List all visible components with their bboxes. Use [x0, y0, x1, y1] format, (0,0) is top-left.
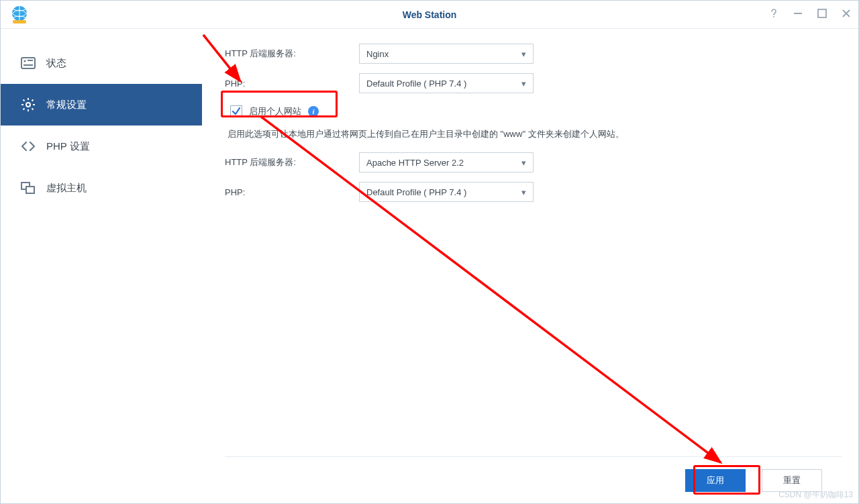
maximize-icon[interactable]: [817, 8, 827, 21]
svg-rect-7: [21, 58, 35, 68]
minimize-icon[interactable]: [793, 8, 803, 21]
enable-personal-site-checkbox[interactable]: [230, 105, 242, 117]
php-value: Default Profile ( PHP 7.4 ): [366, 79, 466, 89]
code-icon: [21, 139, 36, 154]
sidebar-item-status[interactable]: 状态: [1, 42, 202, 84]
sidebar-item-general[interactable]: 常规设置: [1, 84, 202, 125]
personal-http-backend-label: HTTP 后端服务器:: [225, 156, 359, 168]
personal-php-select[interactable]: Default Profile ( PHP 7.4 ) ▾: [359, 182, 534, 202]
enable-personal-site-row: 启用个人网站 i: [225, 103, 324, 120]
svg-rect-13: [26, 187, 34, 193]
close-icon[interactable]: [841, 8, 852, 21]
personal-http-backend-select[interactable]: Apache HTTP Server 2.2 ▾: [359, 152, 534, 172]
sidebar-item-label: 状态: [46, 57, 66, 70]
personal-php-label: PHP:: [225, 187, 359, 197]
apply-button[interactable]: 应用: [685, 469, 746, 492]
enable-personal-site-desc: 启用此选项可让本地用户通过将网页上传到自己在用户主目录中创建的 "www" 文件…: [228, 128, 842, 140]
svg-point-8: [23, 60, 26, 62]
svg-point-2: [773, 16, 774, 17]
window-title: Web Station: [1, 9, 858, 20]
titlebar: Web Station: [1, 1, 858, 29]
personal-php-value: Default Profile ( PHP 7.4 ): [366, 187, 466, 197]
chevron-down-icon: ▾: [521, 158, 526, 168]
info-icon[interactable]: i: [308, 106, 319, 117]
chevron-down-icon: ▾: [521, 79, 526, 89]
svg-point-11: [26, 103, 30, 107]
app-window: Web Station 状态 常规设置: [0, 0, 859, 504]
sidebar-item-label: 常规设置: [46, 99, 87, 111]
reset-label: 重置: [783, 474, 801, 487]
http-backend-label: HTTP 后端服务器:: [225, 48, 359, 60]
sidebar-item-php[interactable]: PHP 设置: [1, 125, 202, 167]
gear-icon: [21, 97, 36, 112]
sidebar: 状态 常规设置 PHP 设置 虚拟主机: [1, 29, 202, 503]
sidebar-item-label: PHP 设置: [46, 140, 90, 153]
vhost-icon: [21, 181, 36, 195]
svg-rect-1: [13, 20, 26, 23]
help-icon[interactable]: [768, 8, 779, 21]
chevron-down-icon: ▾: [521, 49, 526, 59]
chevron-down-icon: ▾: [521, 187, 526, 197]
php-select[interactable]: Default Profile ( PHP 7.4 ) ▾: [359, 73, 534, 93]
svg-rect-4: [818, 9, 826, 17]
watermark: CSDN @牛奶咖啡13: [778, 489, 853, 501]
reset-button[interactable]: 重置: [762, 469, 822, 492]
php-label: PHP:: [225, 79, 359, 89]
apply-label: 应用: [707, 474, 724, 487]
content-pane: HTTP 后端服务器: Nginx ▾ PHP: Default Profile…: [202, 29, 858, 503]
footer-bar: 应用 重置: [225, 456, 842, 503]
http-backend-select[interactable]: Nginx ▾: [359, 44, 534, 64]
personal-http-backend-value: Apache HTTP Server 2.2: [366, 158, 464, 168]
sidebar-item-vhost[interactable]: 虚拟主机: [1, 167, 202, 209]
enable-personal-site-label: 启用个人网站: [249, 105, 301, 117]
sidebar-item-label: 虚拟主机: [46, 182, 87, 195]
status-icon: [21, 56, 36, 70]
http-backend-value: Nginx: [366, 49, 389, 59]
